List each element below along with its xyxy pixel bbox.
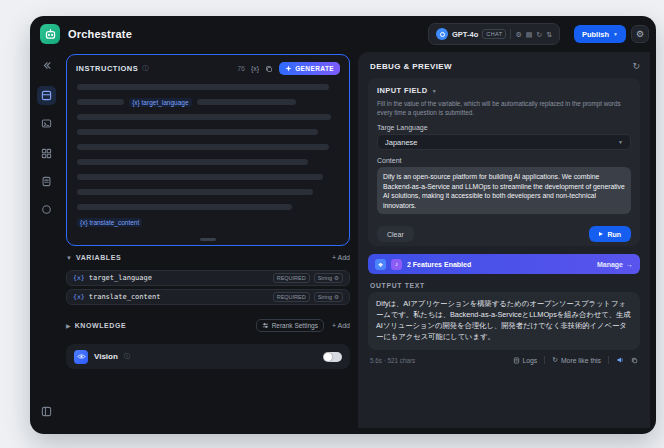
info-icon: ⓘ [142, 64, 148, 73]
target-language-label: Targe Language [377, 124, 631, 131]
speaker-icon [616, 356, 624, 364]
logs-icon [513, 357, 520, 364]
rail-item-terminal-icon[interactable] [37, 114, 56, 133]
input-field-card: INPUT FIELD ▼ Fill in the value of the v… [368, 78, 640, 246]
selected-language: Japanese [385, 138, 418, 147]
chevron-down-icon: ▼ [613, 31, 618, 37]
variable-row[interactable]: {x} translate_content REQUIRED String⚙ [66, 289, 350, 305]
variables-section-header[interactable]: ▼ VARIABLES + Add [66, 254, 350, 261]
divider [544, 356, 545, 364]
variable-settings-icon: ⚙ [334, 275, 339, 281]
model-mode-badge: CHAT [482, 29, 506, 39]
model-settings-icon[interactable]: ⚙ [515, 31, 521, 38]
rerank-settings-button[interactable]: Rerank Settings [256, 319, 324, 332]
add-knowledge-button[interactable]: + Add [332, 322, 350, 329]
rail-item-apps-icon[interactable] [37, 144, 56, 163]
skeleton-line [77, 189, 313, 195]
run-label: Run [607, 231, 621, 238]
output-text-title: OUTPUT TEXT [370, 282, 425, 289]
char-count: 76 [237, 65, 245, 72]
manage-features-button[interactable]: Manage → [597, 261, 633, 268]
input-field-header[interactable]: INPUT FIELD ▼ [377, 86, 631, 95]
copy-icon [631, 357, 638, 364]
vision-toggle[interactable] [323, 352, 342, 362]
divider [608, 356, 609, 364]
top-bar: Orchestrate GPT-4o CHAT ⚙ ▤ ↻ ⇅ Publish … [30, 16, 656, 52]
input-field-title: INPUT FIELD [377, 86, 428, 95]
sparkle-icon [285, 65, 292, 72]
skeleton-line [77, 129, 318, 135]
variable-settings-icon: ⚙ [334, 294, 339, 300]
scroll-indicator[interactable] [200, 238, 216, 241]
info-icon: ⓘ [124, 352, 130, 361]
sliders-icon [262, 322, 269, 329]
variable-row[interactable]: {x} target_language REQUIRED String⚙ [66, 270, 350, 286]
copy-icon[interactable] [265, 65, 273, 73]
required-badge: REQUIRED [273, 292, 310, 302]
app-logo-icon [40, 24, 60, 44]
settings-button[interactable]: ⚙ [631, 25, 649, 43]
chevron-right-icon: ▶ [66, 322, 71, 329]
more-like-this-button[interactable]: ↻ More like this [552, 356, 601, 364]
vision-feature-card: Vision ⓘ [66, 344, 350, 369]
rail-item-notes-icon[interactable] [37, 172, 56, 191]
variable-token-icon: {x} [73, 293, 85, 301]
logs-button[interactable]: Logs [513, 357, 538, 364]
variables-title: VARIABLES [76, 254, 121, 261]
instructions-editor[interactable]: INSTRUCTIONS ⓘ 76 {x} GENERATE {x} targe… [66, 54, 350, 246]
rail-bottom-panel-icon[interactable] [37, 402, 56, 421]
skeleton-line [77, 174, 323, 180]
debug-preview-panel: DEBUG & PREVIEW ↻ INPUT FIELD ▼ Fill in … [358, 52, 650, 428]
feature-conversation-icon: ❖ [375, 259, 386, 270]
variable-name: target_language [89, 274, 152, 282]
variable-token-translate-content[interactable]: {x} translate_content [77, 218, 142, 227]
skeleton-line [77, 114, 331, 120]
model-history-icon[interactable]: ↻ [536, 31, 542, 38]
output-card: Difyは、AIアプリケーションを構築するためのオープンソースプラットフォームで… [368, 292, 640, 350]
model-params-icon[interactable]: ▤ [526, 31, 533, 38]
retry-icon: ↻ [552, 356, 558, 364]
rail-item-monitor-icon[interactable] [37, 200, 56, 219]
knowledge-section-header[interactable]: ▶ KNOWLEDGE Rerank Settings + Add [66, 319, 350, 332]
skeleton-line [77, 144, 329, 150]
vision-label: Vision [94, 352, 118, 361]
target-language-select[interactable]: Japanese ▼ [377, 134, 631, 150]
variable-token-target-language[interactable]: {x} target_language [129, 98, 191, 107]
model-swap-icon[interactable]: ⇅ [546, 31, 552, 38]
generate-label: GENERATE [295, 65, 334, 72]
prompt-skeleton: {x} target_language {x} translate_conten… [67, 79, 349, 226]
features-enabled-bar[interactable]: ❖ ♪ 2 Features Enabled Manage → [368, 254, 640, 274]
knowledge-title: KNOWLEDGE [75, 322, 127, 329]
debug-title: DEBUG & PREVIEW [370, 62, 452, 71]
skeleton-line [77, 204, 292, 210]
collapse-sidebar-icon[interactable] [37, 56, 56, 75]
app-window: Orchestrate GPT-4o CHAT ⚙ ▤ ↻ ⇅ Publish … [30, 16, 656, 434]
speaker-button[interactable] [616, 356, 624, 364]
publish-button[interactable]: Publish ▼ [574, 25, 626, 43]
type-badge[interactable]: String⚙ [314, 292, 343, 302]
insert-variable-button[interactable]: {x} [251, 65, 259, 72]
content-label: Content [377, 157, 631, 164]
content-textarea[interactable]: Dify is an open-source platform for buil… [377, 167, 631, 214]
skeleton-line [77, 84, 329, 90]
type-badge[interactable]: String⚙ [314, 273, 343, 283]
rail-item-orchestrate-icon[interactable] [37, 86, 56, 105]
variable-token-icon: {x} [73, 274, 85, 282]
output-meta: 5.6s · 521 chars [370, 357, 415, 364]
chevron-down-icon: ▼ [432, 88, 437, 94]
divider [510, 29, 511, 39]
features-enabled-text: 2 Features Enabled [407, 261, 471, 268]
debug-header: DEBUG & PREVIEW ↻ [358, 52, 650, 71]
generate-button[interactable]: GENERATE [279, 62, 340, 75]
skeleton-line [77, 159, 308, 165]
input-field-description: Fill in the value of the variable, which… [377, 99, 631, 117]
clear-button[interactable]: Clear [377, 226, 414, 242]
feature-speech-icon: ♪ [391, 259, 402, 270]
run-button[interactable]: Run [589, 226, 631, 242]
copy-output-button[interactable] [631, 357, 638, 364]
model-provider-icon [436, 28, 448, 40]
refresh-icon[interactable]: ↻ [632, 61, 640, 71]
add-variable-button[interactable]: + Add [332, 254, 350, 261]
model-selector[interactable]: GPT-4o CHAT ⚙ ▤ ↻ ⇅ [428, 23, 560, 45]
chevron-down-icon: ▼ [618, 139, 623, 145]
